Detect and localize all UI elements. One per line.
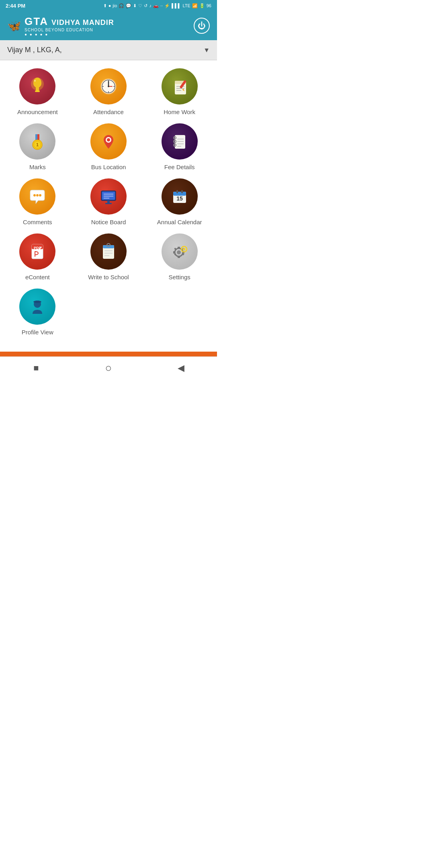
- writetoschool-label: Write to School: [88, 274, 129, 280]
- menu-item-attendance[interactable]: Attendance: [75, 68, 142, 115]
- menu-item-marks[interactable]: 1 Marks: [4, 123, 71, 170]
- settings-icon-circle: [162, 233, 198, 270]
- vidhya-mandir: VIDHYA MANDIR: [51, 18, 114, 27]
- jio-label: jio: [113, 3, 117, 8]
- settings-label: Settings: [169, 274, 190, 280]
- svg-rect-2: [35, 90, 40, 92]
- svg-point-3: [33, 78, 41, 87]
- butterfly-icon: 🦋: [7, 19, 21, 33]
- menu-item-annualcalendar[interactable]: 15 Annual Calendar: [146, 178, 213, 225]
- annualcalendar-icon-circle: 15: [162, 178, 198, 215]
- svg-rect-47: [107, 201, 110, 203]
- header-title-block: GTA VIDHYA MANDIR SCHOOL BEYOND EDUCATIO…: [25, 15, 114, 37]
- svg-rect-53: [181, 190, 183, 193]
- header-logo: 🦋 GTA VIDHYA MANDIR SCHOOL BEYOND EDUCAT…: [7, 15, 114, 37]
- menu-item-comments[interactable]: Comments: [4, 178, 71, 225]
- menu-item-homework[interactable]: Home Work: [146, 68, 213, 115]
- attendance-icon-circle: [90, 68, 127, 104]
- bluetooth-icon: ⚡: [164, 3, 170, 8]
- power-button[interactable]: ⏻: [194, 18, 210, 34]
- status-icons: ⬆ ● jio 🎧 💬 ⬇ ♡ ↺ ♪ 🚗 ·· ⚡ ▌▌▌ LTE 📶 🔋 9…: [103, 3, 211, 8]
- svg-point-76: [183, 248, 185, 250]
- econtent-label: eContent: [25, 274, 50, 280]
- marks-icon-circle: 1: [19, 123, 55, 160]
- comments-icon: [27, 186, 48, 207]
- buslocation-label: Bus Location: [91, 164, 126, 170]
- headset-icon: 🎧: [119, 3, 124, 8]
- svg-rect-67: [178, 247, 180, 249]
- settings-icon: [169, 241, 190, 262]
- student-name-label: Vijay M , LKG, A,: [7, 46, 62, 54]
- app-header: 🦋 GTA VIDHYA MANDIR SCHOOL BEYOND EDUCAT…: [0, 11, 217, 40]
- tagline: SCHOOL BEYOND EDUCATION: [25, 28, 114, 32]
- menu-item-profileview[interactable]: Profile View: [4, 289, 71, 336]
- car-icon: 🚗: [153, 3, 159, 8]
- attendance-label: Attendance: [93, 108, 124, 115]
- announcement-icon: [27, 76, 48, 97]
- svg-rect-69: [173, 251, 175, 254]
- feedetails-label: Fee Details: [164, 164, 195, 170]
- nav-home-button[interactable]: ○: [100, 360, 117, 376]
- svg-point-39: [33, 194, 36, 197]
- econtent-icon-circle: PDF: [19, 233, 55, 270]
- svg-rect-43: [102, 192, 115, 200]
- menu-item-econtent[interactable]: PDF eContent: [4, 233, 71, 280]
- power-icon: ⏻: [198, 21, 206, 31]
- status-bar: 2:44 PM ⬆ ● jio 🎧 💬 ⬇ ♡ ↺ ♪ 🚗 ·· ⚡ ▌▌▌ L…: [0, 0, 217, 11]
- menu-item-settings[interactable]: Settings: [146, 233, 213, 280]
- menu-item-buslocation[interactable]: Bus Location: [75, 123, 142, 170]
- marks-label: Marks: [29, 164, 46, 170]
- buslocation-icon-circle: [90, 123, 127, 160]
- menu-item-writetoschool[interactable]: Write to School: [75, 233, 142, 280]
- homework-icon-circle: [162, 68, 198, 104]
- back-icon: ◀: [178, 363, 184, 373]
- econtent-icon: PDF: [27, 241, 48, 262]
- brand-name: GTA: [25, 15, 48, 28]
- buslocation-icon: [98, 131, 119, 152]
- nav-square-button[interactable]: ■: [28, 360, 44, 376]
- annualcalendar-label: Annual Calendar: [157, 219, 202, 225]
- noticeboard-icon-circle: [90, 178, 127, 215]
- announcement-label: Announcement: [17, 108, 58, 115]
- upload-icon: ⬆: [103, 3, 107, 8]
- svg-point-12: [108, 86, 109, 87]
- menu-item-noticeboard[interactable]: Notice Board: [75, 178, 142, 225]
- feedetails-icon: [169, 131, 190, 152]
- svg-point-41: [39, 194, 41, 197]
- svg-rect-31: [175, 135, 185, 149]
- homework-icon: [169, 76, 190, 97]
- menu-item-feedetails[interactable]: Fee Details: [146, 123, 213, 170]
- noticeboard-icon: [98, 186, 119, 207]
- signal-icon: ▌▌▌: [172, 3, 181, 8]
- svg-rect-79: [36, 301, 39, 302]
- time-display: 2:44 PM: [6, 3, 25, 9]
- svg-text:1: 1: [36, 142, 39, 147]
- circle-icon: ○: [105, 362, 112, 375]
- svg-point-40: [36, 194, 39, 197]
- jio-icon: ●: [108, 3, 111, 8]
- battery-icon: 🔋: [199, 3, 205, 8]
- svg-point-30: [107, 138, 110, 141]
- navigation-bar: ■ ○ ◀: [0, 356, 217, 379]
- bottom-orange-bar: [0, 352, 217, 356]
- svg-rect-52: [176, 190, 178, 193]
- nav-back-button[interactable]: ◀: [173, 360, 189, 376]
- chevron-down-icon: ▼: [203, 47, 210, 54]
- marks-icon: 1: [27, 131, 48, 152]
- comments-icon-circle: [19, 178, 55, 215]
- svg-point-66: [177, 250, 181, 254]
- music-icon: ♪: [149, 3, 151, 8]
- profileview-icon-circle: [19, 289, 55, 325]
- menu-item-announcement[interactable]: Announcement: [4, 68, 71, 115]
- battery-level: 96: [207, 3, 211, 8]
- svg-rect-68: [178, 256, 180, 258]
- svg-point-6: [34, 80, 36, 82]
- svg-text:15: 15: [176, 195, 183, 202]
- more-icon: ··: [160, 3, 163, 8]
- annualcalendar-icon: 15: [169, 186, 190, 207]
- lte-icon: LTE: [182, 3, 190, 8]
- sync-icon: ↺: [144, 3, 147, 8]
- student-dropdown[interactable]: Vijay M , LKG, A, ▼: [0, 40, 217, 60]
- msg-icon: 💬: [126, 3, 131, 8]
- svg-rect-48: [105, 203, 112, 204]
